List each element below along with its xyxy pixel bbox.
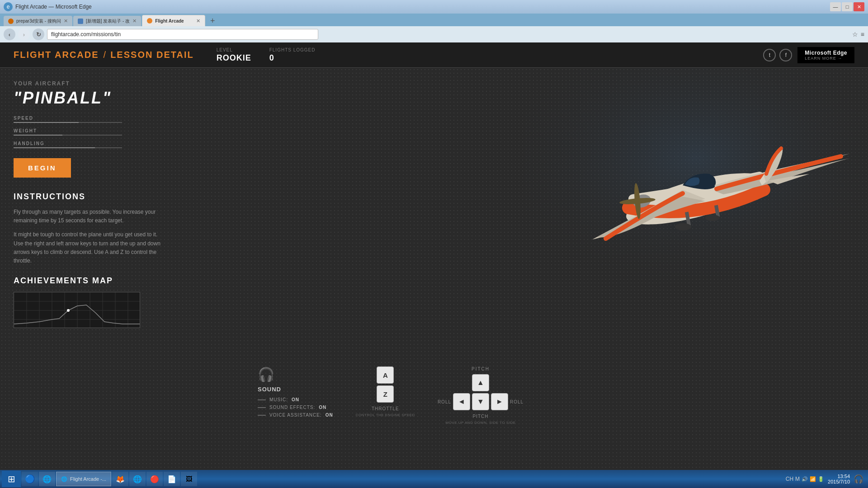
site-header: FLIGHT ARCADE / LESSON DETAIL LEVEL ROOK… [0,42,868,68]
roll-right-label: ROLL [510,399,524,404]
key-a[interactable]: A [377,366,394,384]
window-controls[interactable]: — □ ✕ [830,2,864,11]
refresh-button[interactable]: ↻ [33,28,44,40]
controls-section: 🎧 SOUND MUSIC: ON SOUND EFFECTS: ON VOIC… [258,366,524,425]
facebook-button[interactable]: f [779,49,792,61]
address-bar-row: ‹ › ↻ flightarcade.com/missions/tin ☆ ≡ [0,26,868,42]
plane-svg [524,68,868,294]
tray-icon-1: CH [786,476,793,482]
aircraft-name: "PINBALL" [14,89,185,108]
taskbar-item-flight-arcade[interactable]: 🌐 Flight Arcade -... [56,472,111,486]
instructions-para-1: Fly through as many targets as possible.… [14,208,167,225]
taskbar-item-4[interactable]: 🔴 [146,472,163,486]
browser-title-text: Flight Arcade — Microsoft Edge [15,4,827,10]
your-aircraft-label: YOUR AIRCRAFT [14,80,185,87]
tray-icon-5: 🔋 [818,476,824,482]
voice-label: VOICE ASSISTANCE: [269,413,322,418]
pitch-sub2: MOVE UP AND DOWN, SIDE TO SIDE [445,421,515,425]
brand-title: FLIGHT ARCADE [14,50,99,60]
speed-label: SPEED [14,116,185,121]
clock-date: 2015/7/10 [828,479,850,484]
favorites-icon[interactable]: ☆ [852,31,858,38]
section-title: LESSON DETAIL [110,50,194,60]
pitch-sublabel: PITCH [473,414,489,419]
instructions-title: INSTRUCTIONS [14,192,185,202]
voice-value: ON [326,413,333,418]
sound-effects-value: ON [319,405,326,410]
tab-3[interactable]: Flight Arcade ✕ [142,15,205,26]
ms-learn-label: LEARN MORE → [805,56,847,61]
music-option[interactable]: MUSIC: ON [258,397,333,402]
sound-effects-label: SOUND EFFECTS: [269,405,315,410]
music-label: MUSIC: [269,397,288,402]
address-text: flightarcade.com/missions/tin [51,31,121,38]
flights-stat: FLIGHTS LOGGED 0 [269,47,316,63]
browser-icon: e [4,2,13,11]
svg-point-19 [675,223,691,230]
taskbar-item-6[interactable]: 🖼 [181,472,197,486]
social-buttons: t f [763,49,792,61]
sound-effects-option[interactable]: SOUND EFFECTS: ON [258,405,333,410]
level-stat: LEVEL ROOKIE [217,47,251,63]
voice-option[interactable]: VOICE ASSISTANCE: ON [258,413,333,418]
tab-bar: prepar3d安装 - 搜狗问 ✕ [新增题] 发表站子 - 改 ✕ Flig… [0,14,868,26]
instructions-section: INSTRUCTIONS Fly through as many targets… [14,192,185,265]
taskbar: ⊞ 🔵 🌐 🌐 Flight Arcade -... 🦊 🌐 🔴 📄 🖼 CH … [0,470,868,488]
right-key[interactable]: ► [491,393,508,410]
tab-2[interactable]: [新增题] 发表站子 - 改 ✕ [73,16,141,26]
achievements-section: ACHIEVEMENTS MAP [14,276,185,328]
weight-stat: WEIGHT [14,128,185,136]
system-clock: 13:54 2015/7/10 [826,474,850,484]
restore-button[interactable]: □ [842,2,853,11]
level-value: ROOKIE [217,53,251,63]
notification-icon[interactable]: 🎧 [852,474,863,484]
level-label: LEVEL [217,47,251,52]
down-key[interactable]: ▼ [472,393,489,410]
roll-left-label: ROLL [438,399,451,404]
close-button[interactable]: ✕ [854,2,864,11]
achievements-title: ACHIEVEMENTS MAP [14,276,185,286]
handling-label: HANDLING [14,141,185,146]
taskbar-browser-icon[interactable]: 🌐 [39,472,55,486]
clock-time: 13:54 [828,474,850,479]
new-tab-button[interactable]: + [206,16,219,26]
instructions-para-2: It might be tough to control the plane u… [14,230,167,265]
throttle-sublabel: CONTROL THE ENGINE SPEED [356,413,415,417]
stats-section: SPEED WEIGHT HANDLING [14,116,185,148]
taskbar-flight-label: Flight Arcade -... [70,476,106,482]
twitter-button[interactable]: t [763,49,776,61]
system-tray: CH M 🔊 📶 🔋 13:54 2015/7/10 🎧 [783,474,866,484]
address-box[interactable]: flightarcade.com/missions/tin [47,29,318,40]
weight-label: WEIGHT [14,128,185,133]
browser-tools: ☆ ≡ [852,31,864,38]
minimize-button[interactable]: — [830,2,841,11]
key-z[interactable]: Z [377,385,394,403]
content-area: YOUR AIRCRAFT "PINBALL" SPEED WEIGHT [0,68,868,470]
begin-button[interactable]: BEGIN [14,158,71,178]
music-value: ON [292,397,299,402]
svg-point-12 [67,309,70,312]
forward-button[interactable]: › [18,28,30,40]
taskbar-item-3[interactable]: 🌐 [129,472,146,486]
left-key[interactable]: ◄ [453,393,470,410]
svg-point-21 [705,215,720,221]
back-button[interactable]: ‹ [4,28,15,40]
handling-stat: HANDLING [14,141,185,148]
tray-icon-4: 📶 [810,476,816,482]
taskbar-item-5[interactable]: 📄 [164,472,180,486]
settings-icon[interactable]: ≡ [861,31,864,38]
header-stats: LEVEL ROOKIE FLIGHTS LOGGED 0 [217,47,316,63]
left-panel: YOUR AIRCRAFT "PINBALL" SPEED WEIGHT [14,80,185,457]
tab-1[interactable]: prepar3d安装 - 搜狗问 ✕ [4,16,72,26]
pitch-roll-section: PITCH ▲ ROLL ◄ ▼ ► ROLL PITCH MOVE UP AN… [438,366,524,425]
sound-title: SOUND [258,386,333,393]
taskbar-item-2[interactable]: 🦊 [112,472,128,486]
ms-edge-badge[interactable]: Microsoft Edge LEARN MORE → [797,47,854,63]
speed-stat: SPEED [14,116,185,123]
start-button[interactable]: ⊞ [2,471,21,487]
tab-1-label: prepar3d安装 - 搜狗问 [16,18,61,24]
plane-area [524,68,868,294]
taskbar-ie-icon[interactable]: 🔵 [22,472,38,486]
up-key[interactable]: ▲ [472,374,489,391]
pitch-label-top: PITCH [472,366,490,371]
